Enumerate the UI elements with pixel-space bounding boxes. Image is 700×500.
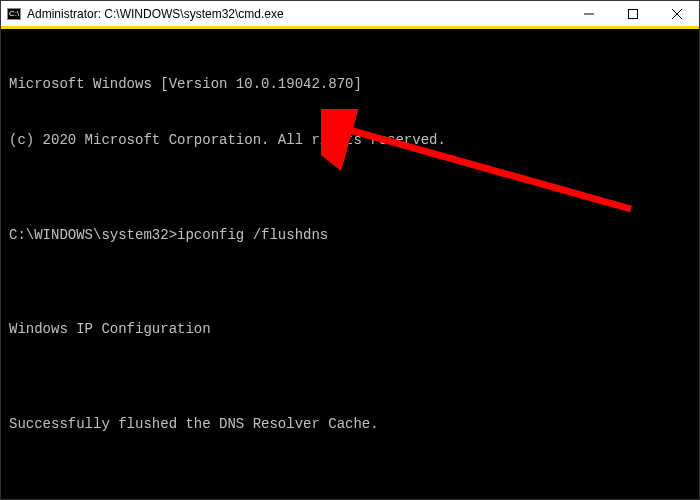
window-title: Administrator: C:\WINDOWS\system32\cmd.e… <box>27 7 284 21</box>
window-controls <box>567 1 699 26</box>
cmd-window: C:\ Administrator: C:\WINDOWS\system32\c… <box>0 0 700 500</box>
titlebar[interactable]: C:\ Administrator: C:\WINDOWS\system32\c… <box>1 1 699 29</box>
svg-rect-1 <box>629 9 638 18</box>
terminal-area[interactable]: Microsoft Windows [Version 10.0.19042.87… <box>1 29 699 500</box>
config-heading-line: Windows IP Configuration <box>9 320 691 339</box>
minimize-icon <box>584 9 594 19</box>
titlebar-left: C:\ Administrator: C:\WINDOWS\system32\c… <box>7 7 284 21</box>
version-line: Microsoft Windows [Version 10.0.19042.87… <box>9 75 691 94</box>
copyright-line: (c) 2020 Microsoft Corporation. All righ… <box>9 131 691 150</box>
maximize-button[interactable] <box>611 1 655 26</box>
minimize-button[interactable] <box>567 1 611 26</box>
command-line: C:\WINDOWS\system32>ipconfig /flushdns <box>9 226 691 245</box>
result-line: Successfully flushed the DNS Resolver Ca… <box>9 415 691 434</box>
close-button[interactable] <box>655 1 699 26</box>
annotation-arrow <box>321 109 651 229</box>
close-icon <box>672 9 682 19</box>
maximize-icon <box>628 9 638 19</box>
cmd-icon: C:\ <box>7 8 21 20</box>
